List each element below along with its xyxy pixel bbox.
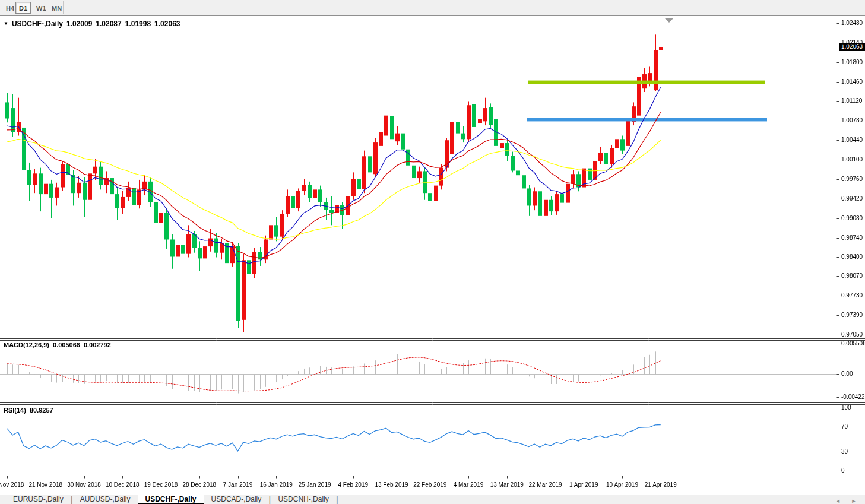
timeframe-button-d1[interactable]: D1 (15, 2, 31, 14)
ohlc-close: 1.02063 (154, 20, 180, 28)
tab-usdcnh[interactable]: USDCNH-,Daily (271, 495, 335, 504)
timeframe-toolbar: H4 D1 W1 MN (0, 0, 865, 16)
timeframe-button-w1[interactable]: W1 (33, 2, 50, 14)
current-price-badge: 1.02063 (839, 43, 865, 51)
tab-separator: | (336, 495, 338, 504)
chart-canvas[interactable] (0, 17, 865, 495)
chart-tab-bar: EURUSD-,Daily | AUDUSD-,Daily USDCHF-,Da… (0, 495, 865, 504)
ohlc-high: 1.02087 (96, 20, 121, 28)
chart-title: ▼USDCHF-,Daily1.020091.020871.019981.020… (4, 20, 180, 28)
rsi-indicator-label: RSI(14)80.9257 (4, 407, 57, 414)
chart-shift-marker-icon[interactable] (665, 18, 673, 23)
macd-indicator-label: MACD(12,26,9)0.0050660.002792 (4, 341, 115, 348)
tab-scroll-left-icon[interactable]: ◄ (832, 497, 845, 504)
chart-symbol-period: USDCHF-,Daily (12, 20, 63, 28)
tab-usdcad[interactable]: USDCAD-,Daily (204, 495, 269, 504)
tab-usdchf[interactable]: USDCHF-,Daily (138, 495, 204, 504)
ohlc-open: 1.02009 (66, 20, 92, 28)
tab-scroll-right-icon[interactable]: ► (847, 497, 860, 504)
mt4-application: H4 D1 W1 MN ▼USDCHF-,Daily1.020091.02087… (0, 0, 865, 504)
tab-audusd[interactable]: AUDUSD-,Daily (73, 495, 138, 504)
ohlc-low: 1.01998 (125, 20, 151, 28)
chart-window: ▼USDCHF-,Daily1.020091.020871.019981.020… (0, 17, 865, 495)
collapse-triangle-icon[interactable]: ▼ (4, 21, 8, 26)
toolbar-separator (63, 1, 64, 14)
tab-eurusd[interactable]: EURUSD-,Daily (6, 495, 71, 504)
